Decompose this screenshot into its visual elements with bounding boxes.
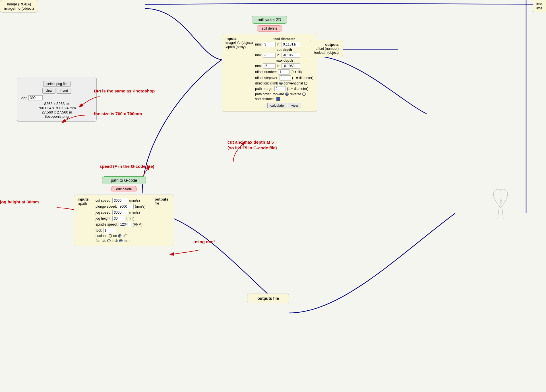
direction-conventional-radio[interactable]: [304, 82, 307, 85]
direction-row: direction: climb conventional: [255, 81, 313, 85]
jog-height-input[interactable]: [112, 216, 125, 221]
annotation-jog-height: jog height at 30mm: [0, 199, 39, 205]
annotation-cut-depth: cut and max depth at 5 (so it's Z5 in G-…: [228, 139, 277, 150]
offset-stepover-row: offset stepover: (1 = diameter): [255, 75, 313, 81]
tool-diameter-mm-input[interactable]: [263, 42, 276, 47]
image-node-line2: imageInfo (object): [4, 6, 34, 11]
tool-diameter-in-input[interactable]: [282, 42, 300, 47]
partial-node-tr-text2: ima: [536, 6, 542, 10]
mill-calculate-button[interactable]: calculate: [267, 103, 287, 108]
max-depth-label: max depth: [255, 59, 313, 63]
max-depth-in-input[interactable]: [282, 63, 300, 69]
cut-depth-in-input[interactable]: [282, 53, 300, 58]
mill-inputs-label: inputs: [226, 36, 253, 41]
gcode-center-col: cut speed: (mm/s) plunge speed: (mm/s) j…: [96, 197, 152, 244]
mill-edit-delete[interactable]: edit delete: [257, 25, 282, 32]
path-merge-row: path merge: (1 = diameter): [255, 86, 313, 91]
mill-title: mill raster 2D: [252, 16, 287, 24]
tool-row: tool:: [96, 228, 152, 233]
mill-input-0: imageInfo (object): [226, 41, 253, 45]
tool-diameter-label: tool diameter: [255, 37, 313, 41]
mill-outputs-label: outputs: [314, 42, 339, 47]
sort-distance-checkbox[interactable]: [276, 97, 280, 101]
gcode-inputs-label: inputs: [78, 197, 93, 201]
cut-depth-row: mm: in:: [255, 53, 313, 58]
format-row: format: inch mm: [96, 239, 152, 243]
path-order-row: path order: forward reverse: [255, 92, 313, 96]
dpi-input[interactable]: [28, 95, 43, 100]
mill-action-buttons: calculate view: [255, 103, 313, 108]
gcode-edit-delete[interactable]: edit delete: [111, 186, 136, 192]
mill-view-button[interactable]: view: [288, 103, 301, 108]
offset-stepover-input[interactable]: [280, 75, 291, 81]
offset-number-row: offset number: (0 = fill): [255, 69, 313, 75]
size-px: 8268 x 8268 px: [21, 102, 92, 106]
select-png-button[interactable]: select png file: [43, 81, 70, 87]
jog-speed-row: jog speed: (mm/s): [96, 210, 152, 215]
tool-diameter-row: mm: in:: [255, 42, 313, 47]
size-in: 27.560 x 27.560 in: [21, 110, 92, 114]
dpi-label: dpi:: [21, 96, 27, 100]
gcode-title: path to G-code: [102, 176, 146, 184]
filename: ilovepenis.png: [21, 114, 92, 119]
image-node-top: image (RGBA) imageInfo (object): [0, 0, 38, 13]
jog-speed-input[interactable]: [112, 210, 128, 215]
outputs-file-label: outputs file: [251, 296, 285, 301]
mill-output-1: toolpath (object): [314, 51, 339, 55]
sort-distance-row: sort distance:: [255, 97, 313, 101]
mill-raster-node: mill raster 2D edit delete inputs imageI…: [222, 16, 317, 112]
gcode-main-box: inputs ◂ path cut speed: (mm/s) plunge s…: [74, 195, 174, 246]
annotation-dpi: DPI is the same as Photoshop: [94, 88, 155, 94]
coolant-on-radio[interactable]: [109, 234, 112, 238]
coolant-off-radio[interactable]: [118, 234, 121, 238]
partial-node-tr-text: ima: [536, 2, 542, 6]
plunge-speed-row: plunge speed: (mm/s): [96, 204, 152, 209]
gcode-inputs-col: inputs ◂ path: [78, 197, 93, 206]
mill-main-box: inputs imageInfo (object) ◂ path (array)…: [222, 34, 317, 112]
jog-height-row: jog height: (mm): [96, 216, 152, 221]
mill-center-col: tool diameter mm: in: cut depth mm: in: …: [255, 36, 313, 109]
mill-inputs-col: inputs imageInfo (object) ◂ path (array): [226, 36, 253, 49]
path-order-reverse-radio[interactable]: [302, 92, 306, 96]
annotation-size: the size is 700 x 700mm: [94, 111, 142, 117]
svg-text:PENIS: PENIS: [500, 198, 502, 205]
canvas: image (RGBA) imageInfo (object) ima ima …: [0, 0, 546, 392]
annotation-using-mm: using mm!: [193, 239, 215, 245]
max-depth-mm-input[interactable]: [263, 63, 276, 69]
view-png-button[interactable]: view: [42, 88, 55, 94]
gcode-outputs-col: outputs file: [155, 197, 170, 205]
partial-node-top-right: ima ima: [533, 0, 546, 12]
mill-output-0: offset (number): [314, 47, 339, 51]
cut-speed-input[interactable]: [112, 198, 128, 203]
gcode-output-0: file: [155, 201, 170, 205]
cut-depth-mm-input[interactable]: [263, 53, 276, 58]
sketch-figure: PENIS: [483, 185, 518, 225]
gcode-outputs-label: outputs: [155, 197, 170, 201]
cut-speed-row: cut speed: (mm/s): [96, 198, 152, 203]
spindle-speed-row: spindle speed: (RPM): [96, 222, 152, 227]
format-inch-radio[interactable]: [107, 239, 111, 242]
gcode-node: path to G-code edit delete inputs ◂ path…: [74, 176, 174, 246]
max-depth-row: mm: in:: [255, 63, 313, 69]
gcode-input-0: path: [80, 202, 87, 206]
tool-input[interactable]: [103, 228, 116, 233]
mill-outputs-node: outputs offset (number) toolpath (object…: [310, 40, 343, 57]
direction-climb-radio[interactable]: [279, 82, 283, 85]
offset-number-input[interactable]: [278, 69, 289, 75]
size-mm: 700.024 x 700.024 mm: [21, 106, 92, 110]
png-selector-node: select png file view invert dpi: 8268 x …: [17, 77, 97, 122]
mill-input-1: path (array): [228, 45, 246, 49]
plunge-speed-input[interactable]: [118, 204, 134, 209]
format-mm-radio[interactable]: [119, 239, 123, 242]
outputs-file-node: outputs file: [247, 294, 289, 303]
image-node-line1: image (RGBA): [4, 2, 34, 6]
coolant-row: coolant: on off: [96, 234, 152, 238]
invert-png-button[interactable]: invert: [57, 88, 71, 94]
sketch-svg: PENIS: [483, 185, 518, 225]
annotation-speed: speed (F in the G-code file): [100, 164, 154, 169]
spindle-speed-input[interactable]: [119, 222, 131, 227]
path-order-forward-radio[interactable]: [285, 92, 289, 96]
cut-depth-label: cut depth: [255, 48, 313, 52]
path-merge-input[interactable]: [274, 86, 286, 91]
